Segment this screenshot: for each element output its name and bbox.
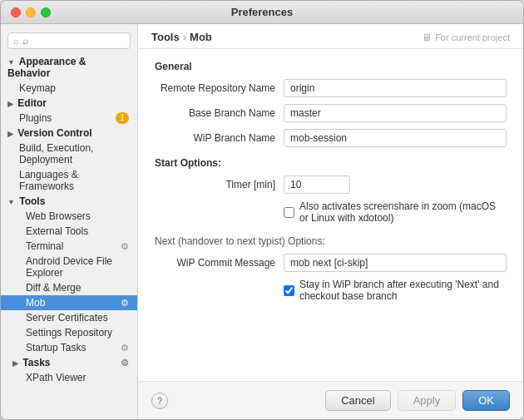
sidebar-item-terminal[interactable]: Terminal ⚙ bbox=[1, 239, 137, 254]
start-options-title: Start Options: bbox=[155, 157, 507, 169]
remote-repo-label: Remote Repository Name bbox=[155, 82, 284, 94]
sidebar-item-editor[interactable]: ▶ Editor bbox=[1, 96, 137, 111]
arrow-icon: ▶ bbox=[7, 130, 13, 138]
footer: ? Cancel Apply OK bbox=[138, 381, 523, 419]
sidebar-item-mob[interactable]: Mob ⚙ bbox=[1, 295, 137, 310]
breadcrumb-separator: › bbox=[183, 31, 186, 43]
screenshare-row: Also activates screenshare in zoom (macO… bbox=[155, 200, 507, 224]
apply-button[interactable]: Apply bbox=[398, 390, 457, 411]
window-title: Preferences bbox=[231, 6, 293, 18]
remote-repo-row: Remote Repository Name bbox=[155, 79, 507, 97]
remote-repo-input[interactable] bbox=[284, 79, 507, 97]
sidebar-item-plugins[interactable]: Plugins 1 bbox=[1, 111, 137, 126]
sidebar-item-diff[interactable]: Diff & Merge bbox=[1, 280, 137, 295]
project-icon: 🖥 bbox=[422, 32, 432, 43]
maximize-button[interactable] bbox=[41, 7, 51, 17]
sidebar-item-web-browsers[interactable]: Web Browsers bbox=[1, 209, 137, 224]
wip-branch-row: WiP Branch Name bbox=[155, 129, 507, 147]
panel-body: General Remote Repository Name Base Bran… bbox=[138, 49, 523, 381]
base-branch-input[interactable] bbox=[284, 104, 507, 122]
settings-icon: ⚙ bbox=[121, 298, 129, 309]
search-icon: ⌕ bbox=[13, 36, 19, 46]
stay-wip-checkbox[interactable] bbox=[284, 285, 294, 296]
sidebar-item-tasks[interactable]: ▶ Tasks ⚙ bbox=[1, 355, 137, 370]
timer-label: Timer [min] bbox=[155, 179, 284, 190]
arrow-icon: ▶ bbox=[12, 359, 18, 368]
sidebar: ⌕ ▼ Appearance & Behavior Keymap ▶ Edito… bbox=[1, 24, 138, 419]
arrow-icon: ▼ bbox=[7, 198, 15, 206]
sidebar-item-build[interactable]: Build, Execution, Deployment bbox=[1, 141, 137, 167]
close-button[interactable] bbox=[11, 7, 21, 17]
preferences-window: Preferences ⌕ ▼ Appearance & Behavior Ke… bbox=[0, 0, 524, 420]
settings-icon: ⚙ bbox=[121, 343, 129, 353]
wip-commit-label: WiP Commit Message bbox=[155, 257, 284, 269]
arrow-icon: ▶ bbox=[7, 100, 13, 108]
general-section-title: General bbox=[155, 61, 507, 72]
sidebar-item-keymap[interactable]: Keymap bbox=[1, 81, 137, 96]
panel-header: Tools › Mob 🖥 For current project bbox=[138, 24, 523, 49]
next-section-title: Next (handover to next typist) Options: bbox=[155, 235, 507, 247]
timer-input[interactable] bbox=[284, 175, 350, 194]
stay-wip-label: Stay in WiP branch after executing 'Next… bbox=[299, 279, 507, 302]
sidebar-item-xpath[interactable]: XPath Viewer bbox=[1, 370, 137, 385]
sidebar-item-android[interactable]: Android Device File Explorer bbox=[1, 254, 137, 280]
search-box[interactable]: ⌕ bbox=[7, 32, 131, 49]
stay-wip-row: Stay in WiP branch after executing 'Next… bbox=[155, 279, 507, 302]
base-branch-label: Base Branch Name bbox=[155, 107, 284, 119]
sidebar-item-appearance[interactable]: ▼ Appearance & Behavior bbox=[1, 54, 137, 81]
wip-branch-label: WiP Branch Name bbox=[155, 132, 284, 144]
sidebar-item-version-control[interactable]: ▶ Version Control bbox=[1, 126, 137, 141]
help-button[interactable]: ? bbox=[151, 393, 168, 409]
wip-commit-input[interactable] bbox=[284, 254, 507, 272]
settings-icon: ⚙ bbox=[121, 241, 129, 252]
screenshare-checkbox[interactable] bbox=[284, 207, 294, 218]
timer-row: Timer [min] bbox=[155, 175, 507, 194]
wip-branch-input[interactable] bbox=[284, 129, 507, 147]
wip-commit-row: WiP Commit Message bbox=[155, 254, 507, 272]
plugins-badge: 1 bbox=[116, 112, 129, 124]
main-panel: Tools › Mob 🖥 For current project Genera… bbox=[138, 24, 523, 419]
settings-icon: ⚙ bbox=[121, 358, 129, 368]
cancel-button[interactable]: Cancel bbox=[325, 390, 390, 411]
breadcrumb-current: Mob bbox=[190, 31, 212, 43]
sidebar-item-external-tools[interactable]: External Tools bbox=[1, 224, 137, 239]
arrow-icon: ▼ bbox=[7, 58, 15, 67]
main-content: ⌕ ▼ Appearance & Behavior Keymap ▶ Edito… bbox=[1, 24, 523, 419]
start-options-section: Start Options: bbox=[155, 157, 507, 169]
sidebar-item-languages[interactable]: Languages & Frameworks bbox=[1, 167, 137, 194]
for-project-label: 🖥 For current project bbox=[422, 32, 510, 43]
base-branch-row: Base Branch Name bbox=[155, 104, 507, 122]
footer-buttons: Cancel Apply OK bbox=[325, 390, 510, 411]
titlebar: Preferences bbox=[1, 1, 523, 24]
sidebar-item-tools[interactable]: ▼ Tools bbox=[1, 194, 137, 209]
sidebar-item-startup[interactable]: Startup Tasks ⚙ bbox=[1, 340, 137, 355]
ok-button[interactable]: OK bbox=[462, 390, 510, 411]
sidebar-item-settings-repo[interactable]: Settings Repository bbox=[1, 325, 137, 340]
screenshare-label: Also activates screenshare in zoom (macO… bbox=[299, 200, 507, 224]
sidebar-item-server-certs[interactable]: Server Certificates bbox=[1, 310, 137, 325]
breadcrumb: Tools › Mob bbox=[151, 31, 212, 43]
traffic-lights bbox=[11, 7, 51, 17]
breadcrumb-root: Tools bbox=[151, 31, 180, 43]
search-input[interactable] bbox=[22, 35, 125, 47]
next-options-section: Next (handover to next typist) Options: bbox=[155, 235, 507, 247]
minimize-button[interactable] bbox=[26, 7, 36, 17]
